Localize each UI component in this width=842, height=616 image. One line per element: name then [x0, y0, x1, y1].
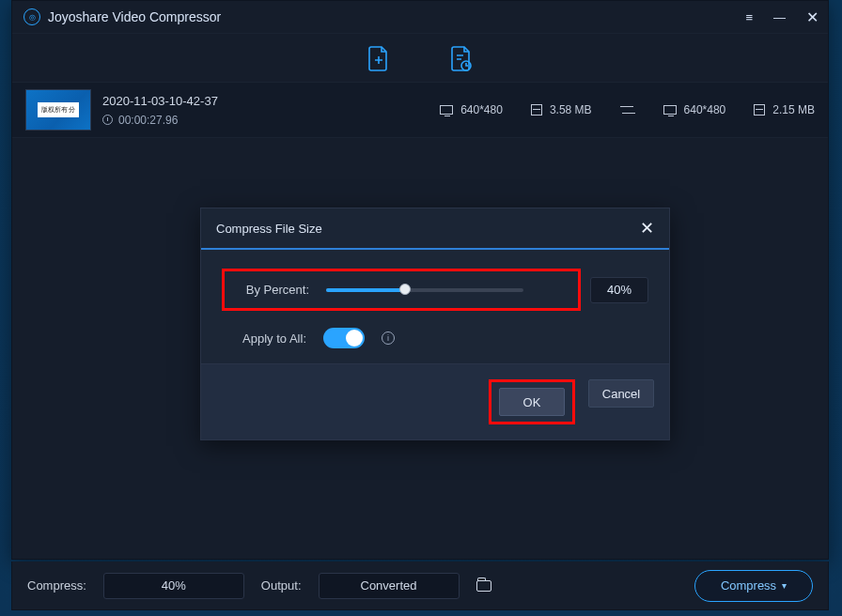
slider-fill — [326, 288, 405, 292]
output-label: Output: — [261, 578, 302, 593]
folder-icon[interactable] — [476, 580, 491, 592]
by-percent-label: By Percent: — [234, 283, 309, 297]
disk-icon — [531, 104, 542, 116]
monitor-icon — [663, 105, 677, 115]
thumbnail-watermark: 版权所有 分 — [38, 102, 80, 117]
main-window: ◎ Joyoshare Video Compressor ≡ — ✕ — [11, 0, 829, 560]
highlight-slider: By Percent: — [222, 269, 581, 311]
app-logo-icon: ◎ — [23, 8, 40, 25]
close-icon[interactable]: ✕ — [806, 8, 819, 26]
menu-icon[interactable]: ≡ — [745, 10, 753, 24]
percent-value[interactable]: 40% — [590, 277, 648, 303]
title-bar: ◎ Joyoshare Video Compressor ≡ — ✕ — [12, 1, 828, 33]
disk-icon — [754, 104, 765, 116]
file-duration: 00:00:27.96 — [118, 114, 178, 127]
output-select[interactable]: Converted — [319, 573, 460, 599]
toolbar — [12, 33, 828, 82]
compress-select[interactable]: 40% — [103, 573, 244, 599]
ok-button[interactable]: OK — [499, 388, 565, 416]
apply-all-toggle[interactable] — [323, 328, 365, 348]
clock-icon — [102, 115, 113, 125]
file-name: 2020-11-03-10-42-37 — [102, 94, 218, 108]
add-file-icon[interactable] — [366, 44, 392, 72]
app-title: Joyoshare Video Compressor — [48, 9, 221, 24]
bottom-bar: Compress: 40% Output: Converted Compress… — [11, 562, 829, 610]
src-size: 3.58 MB — [550, 103, 592, 116]
minimize-icon[interactable]: — — [773, 10, 786, 24]
highlight-ok: OK — [489, 379, 575, 424]
compress-button[interactable]: Compress ▾ — [694, 570, 813, 602]
monitor-icon — [440, 105, 453, 115]
info-icon[interactable]: i — [382, 331, 395, 345]
percent-slider[interactable] — [326, 288, 523, 292]
out-size: 2.15 MB — [772, 103, 815, 116]
compress-modal: Compress File Size ✕ By Percent: 40% App… — [200, 208, 670, 440]
file-row[interactable]: 版权所有 分 2020-11-03-10-42-37 00:00:27.96 6… — [12, 82, 828, 138]
compress-value: 40% — [162, 578, 186, 593]
cancel-button[interactable]: Cancel — [588, 379, 654, 408]
src-resolution: 640*480 — [460, 103, 503, 116]
swap-icon — [620, 104, 635, 116]
chevron-down-icon[interactable]: ▾ — [782, 580, 787, 591]
modal-footer: OK Cancel — [201, 363, 669, 439]
file-meta: 2020-11-03-10-42-37 00:00:27.96 — [102, 94, 218, 127]
modal-close-icon[interactable]: ✕ — [640, 218, 654, 239]
modal-title: Compress File Size — [216, 222, 322, 236]
video-thumbnail[interactable]: 版权所有 分 — [25, 89, 91, 131]
compress-label: Compress: — [27, 578, 86, 593]
slider-thumb-icon[interactable] — [399, 284, 411, 295]
history-file-icon[interactable] — [448, 44, 475, 72]
out-resolution: 640*480 — [684, 103, 726, 116]
compress-button-label: Compress — [721, 578, 776, 593]
modal-header: Compress File Size ✕ — [201, 208, 669, 250]
apply-all-label: Apply to All: — [231, 331, 306, 346]
output-value: Converted — [361, 578, 417, 593]
